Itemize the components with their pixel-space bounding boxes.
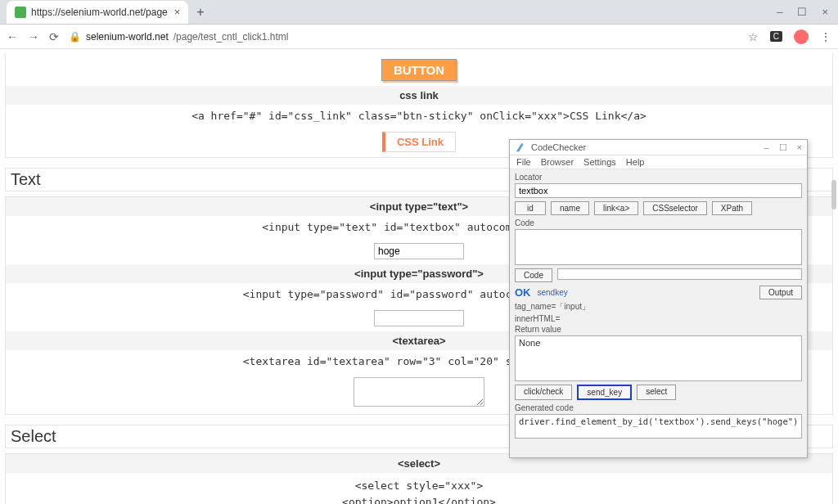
tagname-label: tag_name=「input」 — [515, 301, 802, 313]
profile-avatar[interactable] — [794, 29, 809, 44]
generatedcode-label: Generated code — [515, 403, 802, 412]
favicon-icon — [15, 7, 26, 18]
xpath-button[interactable]: XPath — [712, 201, 752, 215]
returnvalue-label: Return value — [515, 325, 802, 334]
cc-menubar: File Browser Settings Help — [510, 155, 807, 169]
output-button[interactable]: Output — [759, 286, 802, 299]
ok-status: OK — [515, 286, 531, 299]
new-tab-button[interactable]: + — [196, 5, 204, 20]
generated-code-box[interactable]: driver.find_element_by_id('textbox').sen… — [515, 414, 802, 439]
select-code-line: <select style="xxx"> — [11, 478, 827, 494]
forward-button[interactable]: → — [28, 30, 39, 43]
back-button[interactable]: ← — [7, 30, 18, 43]
menu-file[interactable]: File — [516, 157, 531, 167]
csslink-heading: css link — [6, 86, 832, 105]
window-controls: – ☐ × — [767, 6, 838, 18]
textbox-input[interactable] — [374, 243, 464, 259]
tab-close-icon[interactable]: × — [174, 6, 181, 18]
cssselector-button[interactable]: CSSselector — [643, 201, 707, 215]
menu-browser[interactable]: Browser — [541, 157, 574, 167]
url-field[interactable]: 🔒 selenium-world.net /page/test_cntl_cli… — [69, 31, 738, 43]
password-input[interactable] — [374, 310, 464, 326]
cc-body: Locator id name link<a> CSSselector XPat… — [510, 169, 807, 457]
return-value-text: None — [519, 338, 540, 348]
menu-help[interactable]: Help — [626, 157, 645, 167]
locator-buttons: id name link<a> CSSselector XPath — [515, 200, 802, 217]
maximize-icon[interactable]: ☐ — [797, 6, 807, 18]
button-orange[interactable]: BUTTON — [381, 59, 457, 81]
code-label: Code — [515, 218, 802, 227]
cc-window-controls: – ☐ × — [764, 142, 802, 153]
select-section: <select> <select style="xxx"> <option>op… — [5, 453, 833, 504]
cc-titlebar[interactable]: CodeChecker – ☐ × — [510, 140, 807, 155]
return-value-box[interactable]: None — [515, 335, 802, 381]
code-textarea[interactable] — [515, 229, 802, 265]
browser-titlebar: https://selenium-world.net/page × + – ☐ … — [0, 0, 838, 25]
textarea-input[interactable] — [354, 377, 484, 407]
action-buttons: click/check send_key select — [515, 383, 802, 402]
url-host: selenium-world.net — [86, 31, 169, 43]
cc-close-icon[interactable]: × — [797, 142, 802, 153]
select-button[interactable]: select — [637, 385, 676, 400]
bookmark-star-icon[interactable]: ☆ — [748, 30, 759, 43]
menu-settings[interactable]: Settings — [583, 157, 616, 167]
id-button[interactable]: id — [515, 201, 546, 215]
code-row: Code — [515, 267, 802, 284]
menu-dots-icon[interactable]: ⋮ — [820, 30, 831, 43]
name-button[interactable]: name — [551, 201, 589, 215]
cc-minimize-icon[interactable]: – — [764, 142, 768, 153]
address-bar: ← → ⟳ 🔒 selenium-world.net /page/test_cn… — [0, 25, 838, 49]
sendkey-label: sendkey — [538, 288, 568, 297]
generated-code-text: driver.find_element_by_id('textbox').sen… — [519, 416, 798, 426]
send-key-button[interactable]: send_key — [577, 385, 632, 400]
close-icon[interactable]: × — [822, 6, 828, 18]
csslink-code: <a href="#" id="css_link" class="btn-sti… — [6, 105, 832, 127]
locator-input[interactable] — [515, 183, 802, 198]
scrollbar-thumb[interactable] — [831, 180, 836, 209]
codechecker-window[interactable]: CodeChecker – ☐ × File Browser Settings … — [509, 139, 808, 458]
status-line: OK sendkey Output — [515, 286, 802, 299]
extension-badge[interactable]: C — [770, 31, 782, 42]
toolbar-right: ☆ C ⋮ — [748, 29, 831, 44]
innerhtml-label: innerHTML= — [515, 314, 802, 323]
cc-maximize-icon[interactable]: ☐ — [779, 142, 787, 153]
code-line-input[interactable] — [557, 268, 802, 280]
lock-icon: 🔒 — [69, 31, 81, 43]
code-button[interactable]: Code — [515, 268, 552, 282]
browser-tab[interactable]: https://selenium-world.net/page × — [7, 1, 188, 24]
cc-title: CodeChecker — [531, 142, 586, 152]
browser-window: https://selenium-world.net/page × + – ☐ … — [0, 0, 838, 504]
select-code-line: <option>option1</option> — [11, 494, 827, 505]
minimize-icon[interactable]: – — [777, 6, 782, 18]
reload-button[interactable]: ⟳ — [49, 30, 59, 43]
tab-title: https://selenium-world.net/page — [31, 7, 168, 18]
url-path: /page/test_cntl_click1.html — [173, 31, 289, 43]
locator-label: Locator — [515, 173, 802, 182]
click-check-button[interactable]: click/check — [515, 385, 572, 400]
feather-icon — [515, 142, 526, 153]
css-link-button[interactable]: CSS Link — [382, 132, 456, 152]
link-a-button[interactable]: link<a> — [594, 201, 638, 215]
